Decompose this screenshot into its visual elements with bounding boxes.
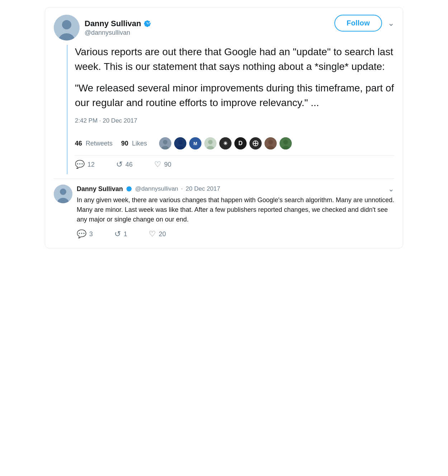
svg-point-7 (178, 140, 183, 145)
retweet-action-count: 46 (125, 161, 133, 168)
liker-avatar-5[interactable]: ✳ (219, 137, 232, 150)
author-info: Danny Sullivan @dannysullivan (85, 19, 151, 37)
author-name-row: Danny Sullivan (85, 19, 151, 28)
follow-button[interactable]: Follow (334, 15, 382, 32)
liker-avatar-4[interactable] (204, 137, 217, 150)
author-section: Danny Sullivan @dannysullivan (54, 15, 151, 41)
author-name[interactable]: Danny Sullivan (85, 19, 141, 28)
svg-point-4 (163, 140, 168, 145)
liker-avatar-3[interactable]: M (189, 137, 202, 150)
author-handle[interactable]: @dannysullivan (85, 29, 151, 37)
tweet-actions: 💬 12 ↺ 46 ♡ 90 (75, 156, 394, 174)
tweet-header: Danny Sullivan @dannysullivan Follow ⌄ (54, 15, 394, 41)
retweet-count: 46 (75, 140, 82, 147)
like-action-count: 90 (164, 161, 171, 168)
reply-date: 20 Dec 2017 (186, 185, 220, 192)
reply-text: In any given week, there are various cha… (77, 195, 394, 224)
reply-like-button[interactable]: ♡ 20 (149, 229, 166, 239)
tweet-text-1: Various reports are out there that Googl… (75, 45, 394, 74)
reply-author-name[interactable]: Danny Sullivan (77, 185, 123, 193)
tweet-body: Various reports are out there that Googl… (67, 45, 394, 174)
liker-avatar-7[interactable] (249, 137, 262, 150)
svg-text:M: M (194, 142, 197, 147)
retweet-button[interactable]: ↺ 46 (116, 160, 133, 169)
liker-avatar-2[interactable] (173, 137, 187, 150)
reply-button[interactable]: 💬 12 (75, 160, 95, 169)
retweet-icon: ↺ (116, 160, 123, 169)
svg-point-29 (60, 189, 66, 195)
reply-header: Danny Sullivan @dannysullivan · 20 Dec 2… (54, 185, 394, 244)
liker-avatar-6[interactable]: D (234, 137, 247, 150)
reply-separator: · (181, 185, 183, 192)
tweet-card: Danny Sullivan @dannysullivan Follow ⌄ V… (45, 7, 403, 248)
likes-count: 90 (121, 140, 128, 147)
reply-heart-icon: ♡ (149, 229, 156, 239)
reply-reply-count: 3 (89, 230, 93, 238)
liker-avatar-8[interactable] (264, 137, 277, 150)
reply-author-row: Danny Sullivan @dannysullivan · 20 Dec 2… (77, 185, 394, 193)
heart-icon: ♡ (154, 160, 161, 169)
reply-verified-icon (126, 186, 132, 192)
reply-handle[interactable]: @dannysullivan (135, 185, 178, 192)
reply-reply-button[interactable]: 💬 3 (77, 229, 93, 239)
chevron-down-icon[interactable]: ⌄ (388, 19, 394, 28)
svg-point-23 (268, 140, 273, 145)
avatars-row: M ✳ D (158, 137, 292, 150)
reply-reply-icon: 💬 (77, 229, 86, 239)
tweet-timestamp: 2:42 PM · 20 Dec 2017 (75, 117, 394, 124)
likes-label: Likes (132, 140, 147, 147)
svg-point-12 (208, 140, 213, 145)
avatar[interactable] (54, 15, 80, 41)
header-right: Follow ⌄ (334, 15, 394, 32)
stats-numbers: 46 Retweets 90 Likes (75, 140, 147, 147)
retweets-label: Retweets (86, 140, 113, 147)
svg-point-1 (62, 20, 71, 29)
retweets-stat[interactable]: 46 Retweets (75, 140, 113, 147)
reply-retweet-icon: ↺ (114, 229, 121, 239)
reply-icon: 💬 (75, 160, 85, 169)
reply-actions: 💬 3 ↺ 1 ♡ 20 (77, 229, 394, 244)
reply-tweet: Danny Sullivan @dannysullivan · 20 Dec 2… (54, 178, 394, 244)
svg-text:D: D (238, 140, 243, 147)
reply-retweet-count: 1 (124, 230, 127, 238)
liker-avatar-9[interactable] (279, 137, 292, 150)
reply-avatar[interactable] (54, 185, 72, 203)
reply-count: 12 (87, 161, 95, 168)
reply-author-section: Danny Sullivan @dannysullivan · 20 Dec 2… (77, 185, 394, 244)
liker-avatar-1[interactable] (158, 137, 172, 150)
reply-retweet-button[interactable]: ↺ 1 (114, 229, 127, 239)
reply-like-count: 20 (159, 230, 166, 238)
tweet-stats: 46 Retweets 90 Likes M (75, 132, 394, 156)
verified-icon (143, 20, 151, 28)
svg-text:✳: ✳ (223, 141, 228, 147)
tweet-text-2: "We released several minor improvements … (75, 81, 394, 110)
svg-point-26 (283, 140, 288, 145)
reply-chevron-icon[interactable]: ⌄ (388, 185, 394, 193)
likes-stat[interactable]: 90 Likes (121, 140, 147, 147)
like-button[interactable]: ♡ 90 (154, 160, 171, 169)
